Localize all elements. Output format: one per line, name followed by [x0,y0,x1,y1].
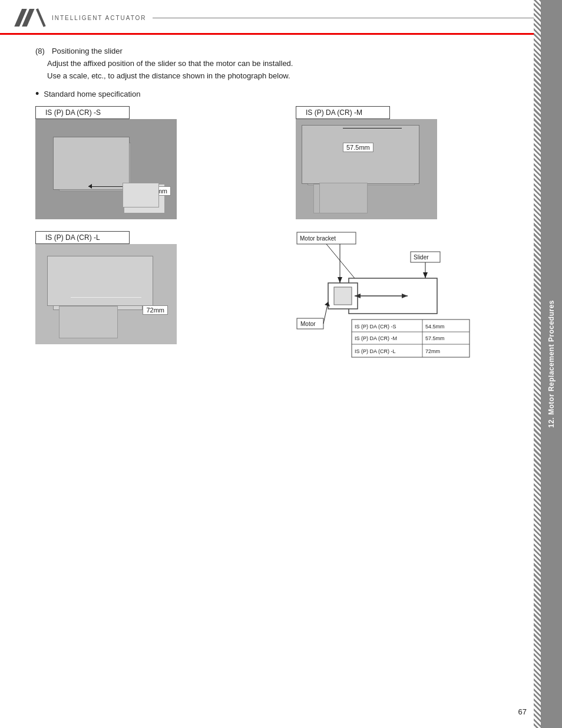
svg-marker-19 [338,277,342,283]
photo-container-m: 57.5mm [296,119,538,219]
diagram-area: Motor bracket Slider [296,231,472,361]
svg-text:54.5mm: 54.5mm [425,324,445,330]
svg-text:IS (P) DA (CR) -M: IS (P) DA (CR) -M [355,335,397,341]
logo-text: INTELLIGENT ACTUATOR [52,15,147,21]
svg-text:Motor bracket: Motor bracket [300,235,336,242]
photo-s: 54.5mm [35,119,177,219]
page-number: 67 [518,707,527,716]
image-block-l: IS (P) DA (CR) -L 72mm [35,231,278,361]
svg-text:IS (P) DA (CR) -L: IS (P) DA (CR) -L [355,348,396,354]
image-label-l: IS (P) DA (CR) -L [35,231,130,244]
measurement-s: 54.5mm [140,186,171,196]
sidebar-stripe [534,0,541,728]
main-content: (8) Positioning the slider Adjust the af… [0,35,562,373]
diagram-block: Motor bracket Slider [296,231,538,361]
svg-text:IS (P) DA (CR) -S: IS (P) DA (CR) -S [355,324,396,330]
section-heading: (8) Positioning the slider [35,47,538,55]
header-line [153,17,550,19]
diagram-svg: Motor bracket Slider [296,231,472,361]
image-label-s: IS (P) DA (CR) -S [35,106,130,119]
desc-line-2: Use a scale, etc., to adjust the distanc… [47,70,538,83]
svg-text:72mm: 72mm [425,348,440,354]
image-block-s: IS (P) DA (CR) -S 54.5mm [35,106,278,219]
desc-line-1: Adjust the affixed position of the slide… [47,58,538,70]
svg-line-8 [326,244,355,278]
photo-m: 57.5mm [296,119,437,219]
photo-container-s: 54.5mm [35,119,278,219]
svg-text:Slider: Slider [414,254,429,261]
image-grid: IS (P) DA (CR) -S 54.5mm [35,106,538,361]
section-description: Adjust the affixed position of the slide… [47,58,538,83]
right-sidebar: 12. Motor Replacement Procedures [541,0,562,728]
svg-text:57.5mm: 57.5mm [425,335,445,341]
image-block-m: IS (P) DA (CR) -M 57.5mm [296,106,538,219]
bullet-icon: • [35,88,39,99]
svg-marker-10 [423,272,428,278]
sidebar-text: 12. Motor Replacement Procedures [547,300,556,428]
image-label-m: IS (P) DA (CR) -M [296,106,390,119]
bullet-label: Standard home specification [44,90,140,98]
svg-text:Motor: Motor [300,321,316,327]
photo-container-l: 72mm [35,244,278,344]
company-logo [12,6,47,29]
section-title: Positioning the slider [52,47,123,55]
photo-l: 72mm [35,244,177,344]
logo-area: INTELLIGENT ACTUATOR [12,6,147,29]
measurement-l: 72mm [143,305,168,315]
bullet-standard-home: • Standard home specification [35,90,538,99]
svg-rect-13 [334,287,352,305]
page-header: INTELLIGENT ACTUATOR [0,0,562,35]
measurement-m: 57.5mm [343,143,373,152]
section-number: (8) [35,47,45,55]
